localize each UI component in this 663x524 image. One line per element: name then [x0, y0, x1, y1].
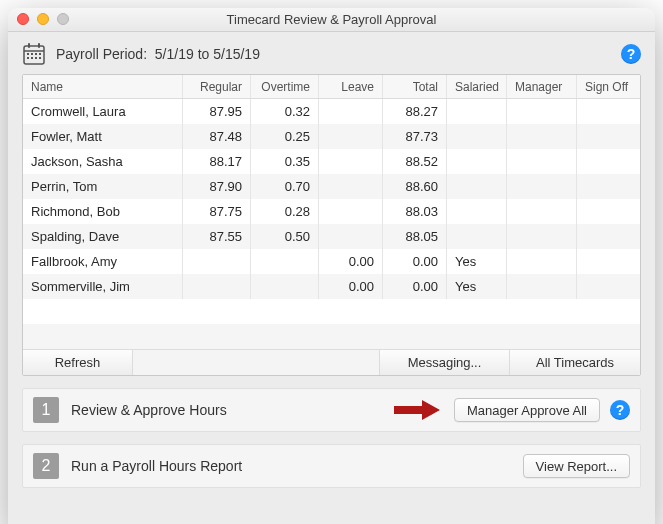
table-toolbar: Refresh Messaging... All Timecards: [23, 349, 640, 375]
cell-signoff: [577, 149, 637, 174]
cell-manager: [507, 274, 577, 299]
cell-salaried: [447, 149, 507, 174]
steps: 1 Review & Approve Hours Manager Approve…: [22, 388, 641, 488]
cell-manager: [507, 99, 577, 124]
minimize-icon[interactable]: [37, 13, 49, 25]
help-icon: ?: [610, 400, 630, 420]
cell-name: Sommerville, Jim: [23, 274, 183, 299]
traffic-lights: [17, 13, 69, 25]
cell-regular: [183, 274, 251, 299]
cell-overtime: [251, 274, 319, 299]
col-salaried[interactable]: Salaried: [447, 75, 507, 98]
cell-salaried: [447, 124, 507, 149]
cell-signoff: [577, 99, 637, 124]
zoom-icon[interactable]: [57, 13, 69, 25]
cell-name: Perrin, Tom: [23, 174, 183, 199]
cell-overtime: [251, 249, 319, 274]
toolbar-spacer: [133, 350, 380, 375]
help-icon: ?: [621, 44, 641, 64]
table-row[interactable]: Fallbrook, Amy0.000.00Yes: [23, 249, 640, 274]
cell-total: 0.00: [383, 274, 447, 299]
cell-regular: 87.95: [183, 99, 251, 124]
cell-total: 88.52: [383, 149, 447, 174]
cell-total: 88.27: [383, 99, 447, 124]
cell-leave: 0.00: [319, 274, 383, 299]
step-number: 2: [33, 453, 59, 479]
col-regular[interactable]: Regular: [183, 75, 251, 98]
svg-rect-5: [31, 53, 33, 55]
step-label: Review & Approve Hours: [71, 402, 227, 418]
period-range: 5/1/19 to 5/15/19: [155, 46, 260, 62]
cell-name: Richmond, Bob: [23, 199, 183, 224]
col-manager[interactable]: Manager: [507, 75, 577, 98]
svg-rect-7: [39, 53, 41, 55]
col-leave[interactable]: Leave: [319, 75, 383, 98]
svg-rect-10: [35, 57, 37, 59]
timecard-table: Name Regular Overtime Leave Total Salari…: [22, 74, 641, 376]
cell-salaried: [447, 199, 507, 224]
cell-salaried: Yes: [447, 274, 507, 299]
svg-rect-3: [38, 43, 40, 48]
cell-overtime: 0.32: [251, 99, 319, 124]
help-button-step1[interactable]: ?: [610, 400, 630, 420]
cell-regular: 87.75: [183, 199, 251, 224]
table-row[interactable]: Jackson, Sasha88.170.3588.52: [23, 149, 640, 174]
period-label: Payroll Period: 5/1/19 to 5/15/19: [56, 46, 260, 62]
cell-leave: [319, 174, 383, 199]
table-row[interactable]: Richmond, Bob87.750.2888.03: [23, 199, 640, 224]
close-icon[interactable]: [17, 13, 29, 25]
cell-name: Jackson, Sasha: [23, 149, 183, 174]
cell-leave: [319, 199, 383, 224]
cell-name: Spalding, Dave: [23, 224, 183, 249]
help-button[interactable]: ?: [621, 44, 641, 64]
table-row[interactable]: Sommerville, Jim0.000.00Yes: [23, 274, 640, 299]
cell-overtime: 0.50: [251, 224, 319, 249]
cell-regular: 87.55: [183, 224, 251, 249]
step-run-report: 2 Run a Payroll Hours Report View Report…: [22, 444, 641, 488]
arrow-right-icon: [394, 400, 440, 420]
cell-leave: [319, 99, 383, 124]
col-signoff[interactable]: Sign Off: [577, 75, 637, 98]
cell-regular: 87.48: [183, 124, 251, 149]
refresh-button[interactable]: Refresh: [23, 350, 133, 375]
cell-name: Fallbrook, Amy: [23, 249, 183, 274]
cell-salaried: [447, 99, 507, 124]
table-filler: [23, 299, 640, 349]
calendar-icon: [22, 42, 46, 66]
step-review-approve: 1 Review & Approve Hours Manager Approve…: [22, 388, 641, 432]
table-row[interactable]: Cromwell, Laura87.950.3288.27: [23, 99, 640, 124]
table-row[interactable]: Spalding, Dave87.550.5088.05: [23, 224, 640, 249]
svg-rect-4: [27, 53, 29, 55]
period-prefix: Payroll Period:: [56, 46, 147, 62]
col-name[interactable]: Name: [23, 75, 183, 98]
col-overtime[interactable]: Overtime: [251, 75, 319, 98]
table-row[interactable]: Perrin, Tom87.900.7088.60: [23, 174, 640, 199]
cell-manager: [507, 249, 577, 274]
step-number: 1: [33, 397, 59, 423]
svg-rect-2: [28, 43, 30, 48]
content-area: Payroll Period: 5/1/19 to 5/15/19 ? Name…: [8, 32, 655, 524]
all-timecards-button[interactable]: All Timecards: [510, 350, 640, 375]
cell-leave: 0.00: [319, 249, 383, 274]
step-label: Run a Payroll Hours Report: [71, 458, 242, 474]
cell-signoff: [577, 199, 637, 224]
cell-manager: [507, 174, 577, 199]
messaging-button[interactable]: Messaging...: [380, 350, 510, 375]
cell-name: Fowler, Matt: [23, 124, 183, 149]
cell-signoff: [577, 249, 637, 274]
cell-regular: 87.90: [183, 174, 251, 199]
cell-total: 88.05: [383, 224, 447, 249]
table-row[interactable]: Fowler, Matt87.480.2587.73: [23, 124, 640, 149]
table-header: Name Regular Overtime Leave Total Salari…: [23, 75, 640, 99]
cell-leave: [319, 124, 383, 149]
cell-manager: [507, 149, 577, 174]
view-report-button[interactable]: View Report...: [523, 454, 630, 478]
manager-approve-all-button[interactable]: Manager Approve All: [454, 398, 600, 422]
col-total[interactable]: Total: [383, 75, 447, 98]
cell-overtime: 0.28: [251, 199, 319, 224]
cell-leave: [319, 149, 383, 174]
cell-signoff: [577, 224, 637, 249]
cell-overtime: 0.25: [251, 124, 319, 149]
cell-name: Cromwell, Laura: [23, 99, 183, 124]
svg-rect-11: [39, 57, 41, 59]
